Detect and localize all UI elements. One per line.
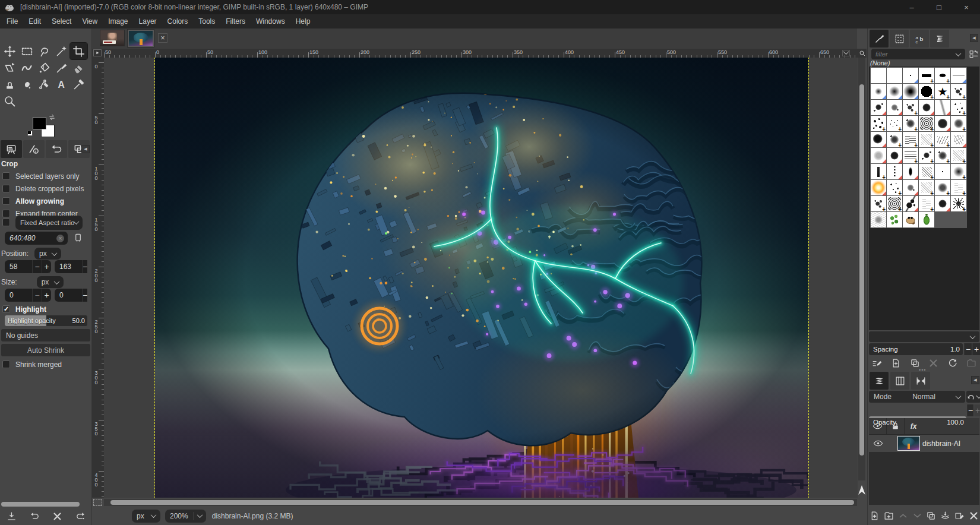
duplicate-layer-icon[interactable] bbox=[926, 511, 936, 521]
size-unit-dropdown[interactable]: px bbox=[37, 276, 64, 288]
brush-cell-sparse[interactable]: + bbox=[951, 100, 966, 115]
brush-cell-rings[interactable]: + bbox=[887, 196, 902, 211]
size-height-input[interactable] bbox=[55, 289, 82, 302]
brush-cell-fuzzy[interactable] bbox=[871, 212, 886, 227]
brush-cell-sketch[interactable] bbox=[951, 132, 966, 147]
spacing-minus-button[interactable]: − bbox=[964, 343, 972, 355]
fixed-aspect-checkbox[interactable] bbox=[2, 219, 10, 226]
paintbrush-tool[interactable] bbox=[53, 59, 70, 76]
quick-mask-icon[interactable] bbox=[93, 499, 102, 506]
mode-chevron-icon[interactable] bbox=[956, 393, 962, 399]
brush-cell-ink[interactable] bbox=[903, 196, 918, 211]
highlight-checkbox[interactable]: ✓ bbox=[2, 305, 10, 313]
brush-cell-bar[interactable]: + bbox=[919, 68, 934, 83]
navigation-preview-icon[interactable] bbox=[857, 482, 867, 498]
spacing-plus-button[interactable]: + bbox=[972, 343, 980, 355]
aspect-mode-dropdown[interactable]: Fixed Aspect ratio bbox=[15, 216, 83, 230]
eraser-tool[interactable] bbox=[70, 59, 87, 76]
brush-cell-dotline[interactable] bbox=[887, 164, 902, 179]
brush-cell-ball[interactable] bbox=[871, 132, 886, 147]
move-tool[interactable] bbox=[1, 43, 18, 59]
brush-list-view-icon[interactable] bbox=[969, 49, 979, 59]
crop-tool[interactable] bbox=[70, 43, 87, 59]
free-select-tool[interactable] bbox=[36, 43, 53, 59]
warp-tool[interactable] bbox=[18, 59, 36, 76]
layer-row[interactable]: dishbrain-AI bbox=[869, 435, 979, 452]
size-width-input[interactable] bbox=[5, 289, 32, 302]
brush-cell-blob[interactable] bbox=[919, 100, 934, 115]
tab-patterns[interactable] bbox=[890, 30, 909, 48]
brush-cell-sparse[interactable]: + bbox=[887, 180, 902, 195]
position-unit-dropdown[interactable]: px bbox=[34, 248, 61, 260]
canvas-menu-icon[interactable] bbox=[93, 49, 102, 56]
brush-cell-dot[interactable] bbox=[935, 164, 950, 179]
reset-tool-options-icon[interactable] bbox=[75, 511, 86, 521]
position-x-minus-button[interactable]: − bbox=[32, 260, 42, 273]
spacing-slider[interactable]: Spacing 1.0 bbox=[869, 343, 963, 355]
menu-file[interactable]: File bbox=[1, 15, 23, 28]
paths-tool[interactable] bbox=[36, 76, 53, 93]
delete-tool-preset-icon[interactable] bbox=[52, 511, 62, 521]
opacity-plus-button[interactable]: + bbox=[974, 404, 980, 416]
dock-tab-tool-options[interactable] bbox=[1, 140, 22, 158]
brush-cell-darktex[interactable] bbox=[935, 116, 950, 131]
brush-cell-chunk[interactable]: + bbox=[903, 116, 918, 131]
smudge-tool[interactable] bbox=[18, 76, 36, 93]
close-button[interactable]: × bbox=[953, 0, 980, 14]
save-tool-preset-icon[interactable] bbox=[7, 511, 17, 521]
maximize-button[interactable]: □ bbox=[925, 0, 953, 14]
tab-channels[interactable] bbox=[890, 372, 909, 390]
tab-fonts[interactable]: abc bbox=[910, 30, 929, 48]
brush-cell-splat2[interactable]: + bbox=[919, 148, 934, 163]
brush-cell-leaves[interactable] bbox=[887, 212, 902, 227]
brush-cell-fine[interactable]: + bbox=[887, 116, 902, 131]
brush-cell-soft3[interactable] bbox=[903, 84, 918, 99]
clear-input-icon[interactable]: × bbox=[56, 235, 64, 242]
guides-dropdown[interactable]: No guides bbox=[1, 329, 90, 341]
brush-cell-splat1[interactable]: + bbox=[903, 100, 918, 115]
image-tab-news[interactable] bbox=[100, 30, 125, 46]
refresh-brushes-icon[interactable] bbox=[947, 358, 957, 368]
canvas-image[interactable] bbox=[155, 58, 808, 498]
brush-cell-splat1[interactable]: + bbox=[871, 196, 886, 211]
menu-edit[interactable]: Edit bbox=[23, 15, 46, 28]
titlebar[interactable]: [dishbrain-AI] (imported)-7.0 (RGB color… bbox=[0, 0, 980, 14]
clone-tool[interactable] bbox=[1, 76, 18, 93]
brush-cell-dot[interactable] bbox=[903, 68, 918, 83]
brush-cell-noise[interactable] bbox=[871, 148, 886, 163]
dock-tab-device-status[interactable] bbox=[23, 140, 45, 158]
lower-layer-icon[interactable] bbox=[912, 511, 922, 521]
brush-cell-splat2[interactable] bbox=[871, 100, 886, 115]
brush-cell-splat3[interactable] bbox=[887, 100, 902, 115]
toolbox-hscrollbar[interactable] bbox=[1, 502, 80, 507]
brush-cell-lighttex[interactable]: + bbox=[919, 180, 934, 195]
size-width-minus-button[interactable]: − bbox=[32, 289, 42, 302]
brush-filter-input[interactable] bbox=[871, 50, 943, 58]
brush-cell-sun[interactable] bbox=[871, 180, 886, 195]
size-width-plus-button[interactable]: + bbox=[42, 289, 51, 302]
menu-help[interactable]: Help bbox=[290, 15, 316, 28]
position-x-plus-button[interactable]: + bbox=[42, 260, 51, 273]
menu-view[interactable]: View bbox=[77, 15, 103, 28]
brush-cell-hlines[interactable]: + bbox=[903, 148, 918, 163]
add-layer-mask-icon[interactable] bbox=[954, 511, 965, 521]
vertical-ruler[interactable]: 050100150200250300350400 bbox=[92, 58, 104, 498]
brush-combo-collapsed[interactable] bbox=[869, 331, 979, 342]
canvas-vscrollbar[interactable] bbox=[858, 58, 865, 480]
close-image-tab-icon[interactable]: × bbox=[158, 33, 167, 43]
canvas-viewport[interactable] bbox=[104, 58, 858, 498]
portrait-landscape-icon[interactable] bbox=[74, 233, 83, 244]
fuzzy-select-tool[interactable] bbox=[53, 43, 70, 59]
position-x-input[interactable] bbox=[5, 260, 32, 273]
brush-cell-rings[interactable]: + bbox=[919, 116, 934, 131]
menu-windows[interactable]: Windows bbox=[251, 15, 290, 28]
checkbox-allow-growing[interactable] bbox=[2, 197, 10, 205]
zoom-follow-window-icon[interactable] bbox=[858, 49, 867, 58]
brush-cell-splat1[interactable]: + bbox=[951, 84, 966, 99]
effects-column-label[interactable]: fx bbox=[905, 422, 922, 431]
color-picker-tool[interactable] bbox=[70, 76, 87, 93]
raise-layer-icon[interactable] bbox=[898, 511, 908, 521]
new-brush-icon[interactable] bbox=[891, 358, 901, 368]
brush-cell-soft1[interactable] bbox=[871, 84, 886, 99]
brush-cell-blank[interactable] bbox=[871, 68, 886, 83]
